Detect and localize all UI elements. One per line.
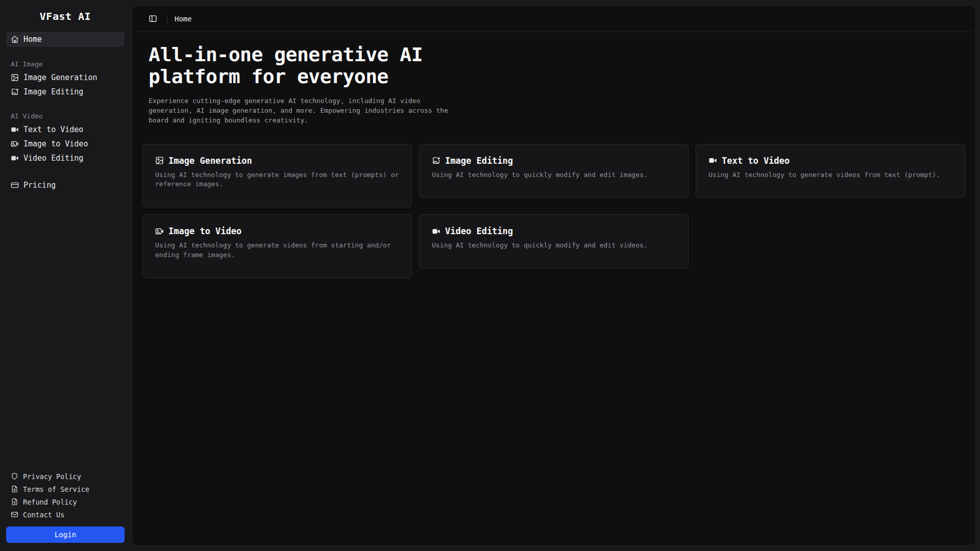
page-description: Experience cutting-edge generative AI te… bbox=[149, 96, 465, 126]
card-title-label: Image Generation bbox=[168, 156, 252, 166]
page-title: All-in-one generative AI platform for ev… bbox=[149, 44, 455, 87]
card-description: Using AI technology to generate videos f… bbox=[155, 241, 400, 260]
card-title-label: Image Editing bbox=[445, 156, 513, 166]
link-privacy-policy[interactable]: Privacy Policy bbox=[6, 471, 125, 481]
card-title: Text to Video bbox=[708, 156, 953, 166]
footer-link-label: Privacy Policy bbox=[23, 472, 81, 481]
image-icon bbox=[11, 73, 19, 82]
card-video-editing[interactable]: Video Editing Using AI technology to qui… bbox=[419, 214, 689, 268]
credit-card-icon bbox=[11, 181, 19, 189]
sidebar-footer-links: Privacy Policy Terms of Service Refund P… bbox=[6, 471, 125, 519]
card-image-editing[interactable]: Image Editing Using AI technology to qui… bbox=[419, 144, 689, 198]
sidebar-group-ai-image: AI Image Image Generation Image Editing bbox=[6, 57, 125, 99]
image-plus-icon bbox=[11, 88, 19, 96]
card-text-to-video[interactable]: Text to Video Using AI technology to gen… bbox=[696, 144, 965, 198]
login-button[interactable]: Login bbox=[6, 527, 125, 543]
breadcrumb-divider bbox=[167, 15, 167, 23]
card-title: Image to Video bbox=[155, 226, 400, 236]
sidebar-item-label: Video Editing bbox=[23, 154, 83, 163]
footer-link-label: Refund Policy bbox=[23, 498, 77, 506]
link-terms-of-service[interactable]: Terms of Service bbox=[6, 484, 125, 494]
sidebar: VFast AI Home AI Image Image Generation … bbox=[0, 0, 131, 551]
sidebar-item-pricing[interactable]: Pricing bbox=[6, 178, 125, 193]
card-description: Using AI technology to quickly modify an… bbox=[432, 170, 677, 180]
mail-icon bbox=[11, 511, 18, 518]
file-text-icon bbox=[11, 498, 18, 506]
sidebar-item-home[interactable]: Home bbox=[6, 32, 125, 47]
sidebar-item-label: Home bbox=[23, 35, 42, 44]
main-panel: Home All-in-one generative AI platform f… bbox=[132, 5, 976, 546]
card-description: Using AI technology to generate images f… bbox=[155, 170, 400, 190]
feature-cards-grid: Image Generation Using AI technology to … bbox=[142, 144, 965, 278]
link-contact-us[interactable]: Contact Us bbox=[6, 510, 125, 519]
sidebar-nav: Home AI Image Image Generation Image Edi… bbox=[6, 32, 125, 193]
image-plus-icon bbox=[432, 156, 440, 165]
sidebar-item-label: Image Generation bbox=[23, 73, 97, 82]
shield-icon bbox=[11, 472, 18, 480]
sidebar-item-label: Pricing bbox=[23, 181, 56, 190]
sidebar-item-text-to-video[interactable]: Text to Video bbox=[6, 122, 125, 137]
sidebar-group-label: AI Image bbox=[6, 57, 125, 70]
card-description: Using AI technology to generate videos f… bbox=[708, 170, 953, 180]
card-title: Image Editing bbox=[432, 156, 677, 166]
sidebar-item-label: Image to Video bbox=[23, 139, 88, 148]
card-title: Video Editing bbox=[432, 226, 677, 236]
panel-left-icon bbox=[149, 14, 157, 23]
hero-section: All-in-one generative AI platform for ev… bbox=[149, 44, 965, 126]
sidebar-group-label: AI Video bbox=[6, 109, 125, 122]
file-text-icon bbox=[11, 485, 18, 493]
card-title-label: Image to Video bbox=[168, 226, 241, 236]
sidebar-toggle-button[interactable] bbox=[145, 12, 160, 26]
house-icon bbox=[11, 35, 19, 43]
card-image-generation[interactable]: Image Generation Using AI technology to … bbox=[142, 144, 412, 208]
card-description: Using AI technology to quickly modify an… bbox=[432, 241, 677, 251]
link-refund-policy[interactable]: Refund Policy bbox=[6, 497, 125, 507]
video-icon bbox=[708, 156, 717, 165]
image-icon bbox=[155, 156, 164, 165]
sidebar-item-video-editing[interactable]: Video Editing bbox=[6, 151, 125, 165]
breadcrumb[interactable]: Home bbox=[175, 15, 192, 23]
card-title-label: Text to Video bbox=[722, 156, 790, 166]
sidebar-item-label: Text to Video bbox=[23, 125, 83, 134]
main-content: All-in-one generative AI platform for ev… bbox=[132, 32, 975, 545]
app-logo[interactable]: VFast AI bbox=[6, 6, 125, 28]
video-icon bbox=[11, 126, 19, 134]
sidebar-group-pricing: Pricing bbox=[6, 178, 125, 193]
card-title-label: Video Editing bbox=[445, 226, 513, 236]
image-video-icon bbox=[11, 140, 19, 148]
footer-link-label: Contact Us bbox=[23, 511, 64, 519]
sidebar-group-ai-video: AI Video Text to Video Image to Video Vi… bbox=[6, 109, 125, 165]
footer-link-label: Terms of Service bbox=[23, 485, 89, 493]
sidebar-item-label: Image Editing bbox=[23, 87, 83, 96]
video-icon bbox=[11, 154, 19, 162]
video-icon bbox=[432, 227, 440, 236]
sidebar-item-image-to-video[interactable]: Image to Video bbox=[6, 137, 125, 151]
sidebar-item-image-generation[interactable]: Image Generation bbox=[6, 70, 125, 85]
sidebar-item-image-editing[interactable]: Image Editing bbox=[6, 85, 125, 99]
image-video-icon bbox=[155, 227, 164, 236]
card-image-to-video[interactable]: Image to Video Using AI technology to ge… bbox=[142, 214, 412, 278]
sidebar-spacer bbox=[6, 193, 125, 471]
main-header: Home bbox=[132, 6, 975, 32]
card-title: Image Generation bbox=[155, 156, 400, 166]
